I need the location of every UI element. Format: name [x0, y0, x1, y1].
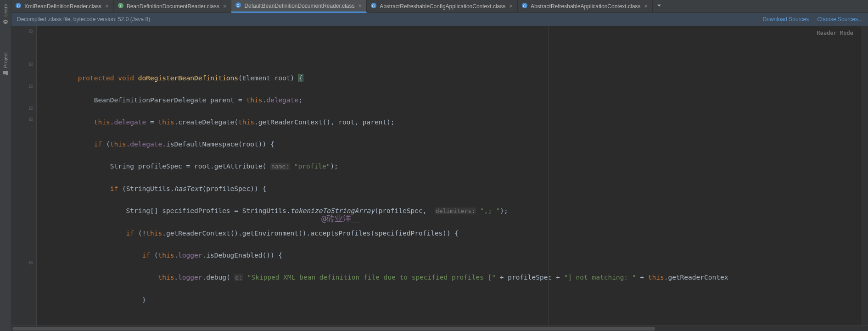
gutter[interactable]: ⊟ ⊟ ⊟ ⊟ ⊟ ⊟: [11, 26, 37, 325]
svg-text:C: C: [17, 4, 20, 8]
error-stripe[interactable]: [862, 26, 868, 325]
right-margin-line: [549, 26, 549, 325]
code-area[interactable]: Reader Mode @砖业洋__ protected void doRegi…: [37, 26, 862, 325]
class-icon: C: [521, 2, 528, 10]
chevron-down-icon: [656, 3, 662, 10]
fold-toggle[interactable]: ⊟: [29, 117, 33, 122]
tab-abstractrefreshableconfig[interactable]: C AbstractRefreshableConfigApplicationCo…: [367, 0, 518, 12]
close-icon[interactable]: ×: [643, 3, 649, 10]
class-icon: C: [235, 2, 241, 10]
fold-toggle[interactable]: ⊟: [29, 84, 33, 89]
fold-toggle[interactable]: ⊟: [29, 28, 33, 34]
rail-learn-label: Learn: [3, 4, 8, 17]
learn-icon: [2, 18, 9, 25]
scrollbar-thumb[interactable]: [12, 327, 655, 331]
left-tool-rail: Learn Project: [0, 0, 11, 331]
horizontal-scrollbar[interactable]: [11, 325, 868, 331]
close-icon[interactable]: ×: [104, 3, 110, 10]
tab-abstractrefreshable[interactable]: C AbstractRefreshableApplicationContext.…: [518, 0, 653, 12]
decompiled-info-bar: Decompiled .class file, bytecode version…: [11, 13, 868, 26]
rail-learn[interactable]: Learn: [2, 4, 9, 25]
tab-beandefinitiondocumentreader[interactable]: I BeanDefinitionDocumentReader.class ×: [114, 0, 232, 12]
tab-label: AbstractRefreshableConfigApplicationCont…: [380, 3, 505, 10]
svg-text:C: C: [372, 4, 375, 8]
info-links: Download Sources Choose Sources...: [763, 16, 862, 22]
tab-xmlbeandefinitionreader[interactable]: C XmlBeanDefinitionReader.class ×: [11, 0, 114, 12]
class-icon: C: [15, 2, 22, 10]
tab-defaultbeandefinitiondocumentreader[interactable]: C DefaultBeanDefinitionDocumentReader.cl…: [231, 0, 367, 13]
main-area: C XmlBeanDefinitionReader.class × I Bean…: [11, 0, 868, 331]
svg-text:I: I: [120, 4, 121, 8]
svg-text:C: C: [523, 4, 526, 8]
choose-sources-link[interactable]: Choose Sources...: [817, 16, 862, 22]
tab-label: BeanDefinitionDocumentReader.class: [127, 3, 219, 10]
class-icon: C: [370, 2, 377, 10]
interface-icon: I: [118, 2, 124, 10]
fold-toggle[interactable]: ⊟: [29, 260, 33, 265]
close-icon[interactable]: ×: [222, 3, 228, 10]
tab-label: AbstractRefreshableApplicationContext.cl…: [531, 3, 640, 10]
folder-icon: [2, 70, 9, 76]
editor-tabs: C XmlBeanDefinitionReader.class × I Bean…: [11, 0, 868, 13]
fold-toggle[interactable]: ⊟: [29, 62, 33, 67]
svg-text:C: C: [237, 3, 240, 8]
rail-project-label: Project: [3, 52, 8, 68]
tab-label: DefaultBeanDefinitionDocumentReader.clas…: [244, 3, 354, 9]
close-icon[interactable]: ×: [358, 2, 363, 9]
info-text: Decompiled .class file, bytecode version…: [17, 16, 150, 22]
reader-mode-toggle[interactable]: Reader Mode: [817, 28, 853, 39]
tab-label: XmlBeanDefinitionReader.class: [24, 3, 101, 10]
close-icon[interactable]: ×: [508, 3, 514, 10]
fold-toggle[interactable]: ⊟: [29, 106, 33, 111]
tabs-overflow[interactable]: [653, 0, 666, 12]
download-sources-link[interactable]: Download Sources: [763, 16, 809, 22]
rail-project[interactable]: Project: [2, 52, 9, 76]
editor[interactable]: ⊟ ⊟ ⊟ ⊟ ⊟ ⊟ Reader Mode @砖业洋__ protected…: [11, 26, 868, 325]
